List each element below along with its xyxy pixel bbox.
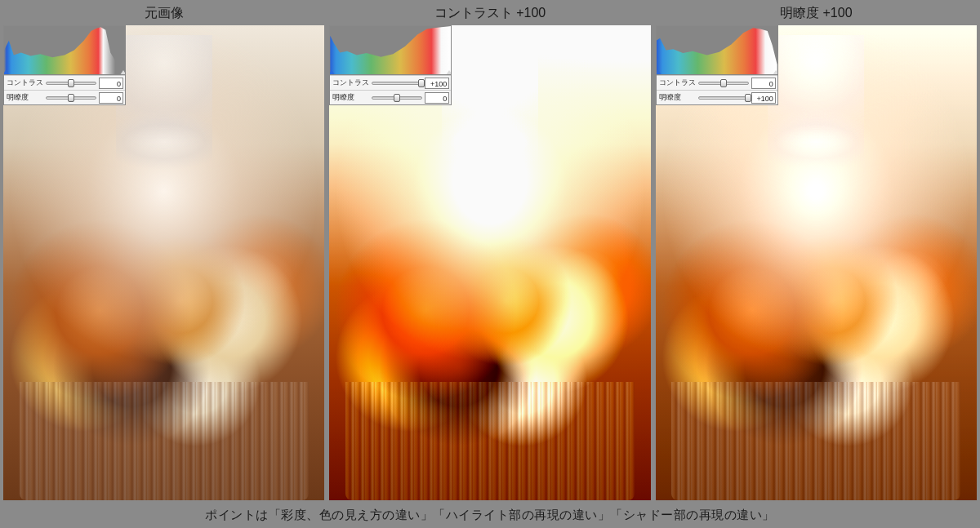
contrast-thumb[interactable] xyxy=(720,79,727,87)
contrast-value[interactable]: +100 xyxy=(425,78,449,89)
highlight-clip-marker xyxy=(446,70,451,75)
caption-text: ポイントは「彩度、色の見え方の違い」「ハイライト部の再現の違い」「シャドー部の再… xyxy=(0,503,980,523)
image-contrast: コントラスト +100 明瞭度 0 xyxy=(329,25,650,500)
histogram-fill xyxy=(330,26,451,74)
adjustment-overlay: コントラスト +100 明瞭度 0 xyxy=(329,25,452,105)
glass-base xyxy=(671,382,960,501)
image-clarity: コントラスト 0 明瞭度 +100 xyxy=(656,25,977,500)
contrast-thumb[interactable] xyxy=(418,79,425,87)
contrast-slider[interactable] xyxy=(46,82,96,85)
histogram xyxy=(4,26,125,75)
shadow-clip-marker xyxy=(4,70,9,75)
clarity-thumb[interactable] xyxy=(745,94,751,102)
contrast-value[interactable]: 0 xyxy=(99,78,123,89)
adjustment-overlay: コントラスト 0 明瞭度 0 xyxy=(3,25,126,105)
histogram xyxy=(657,26,777,75)
image-original: コントラスト 0 明瞭度 0 xyxy=(3,25,324,500)
highlight-clip-marker xyxy=(773,70,777,75)
clarity-slider[interactable] xyxy=(698,96,749,100)
clarity-thumb[interactable] xyxy=(394,94,400,102)
clarity-slider-row: 明瞭度 0 xyxy=(4,90,125,104)
shadow-clip-marker xyxy=(330,70,335,75)
histogram-fill xyxy=(657,26,777,74)
shadow-clip-marker xyxy=(657,70,662,75)
panel-title: コントラスト +100 xyxy=(329,0,650,25)
highlight-clip-marker xyxy=(120,70,125,75)
panel-original: 元画像 コントラスト xyxy=(3,0,324,500)
clarity-thumb[interactable] xyxy=(68,94,74,102)
panel-contrast: コントラスト +100 コントラスト xyxy=(329,0,650,500)
contrast-slider[interactable] xyxy=(372,82,422,85)
histogram xyxy=(330,26,451,75)
glass-lid xyxy=(442,35,538,178)
contrast-slider-row: コントラスト +100 xyxy=(330,75,451,90)
clarity-value[interactable]: 0 xyxy=(99,92,123,104)
clarity-label: 明瞭度 xyxy=(657,92,696,103)
clarity-slider[interactable] xyxy=(46,96,96,100)
clarity-value[interactable]: +100 xyxy=(751,92,776,104)
histogram-fill xyxy=(4,26,125,74)
clarity-label: 明瞭度 xyxy=(4,92,43,103)
adjustment-overlay: コントラスト 0 明瞭度 +100 xyxy=(656,25,778,105)
contrast-label: コントラスト xyxy=(657,78,696,88)
contrast-slider-row: コントラスト 0 xyxy=(657,75,777,90)
contrast-thumb[interactable] xyxy=(68,79,74,87)
clarity-label: 明瞭度 xyxy=(330,92,369,103)
clarity-slider[interactable] xyxy=(372,96,422,100)
contrast-label: コントラスト xyxy=(330,78,369,88)
contrast-value[interactable]: 0 xyxy=(751,78,776,89)
contrast-slider-row: コントラスト 0 xyxy=(4,75,125,90)
glass-lid xyxy=(116,35,212,178)
glass-base xyxy=(20,382,309,501)
clarity-slider-row: 明瞭度 0 xyxy=(330,90,451,104)
clarity-value[interactable]: 0 xyxy=(425,92,449,104)
contrast-label: コントラスト xyxy=(4,78,43,88)
clarity-slider-row: 明瞭度 +100 xyxy=(657,90,777,104)
panels-row: 元画像 コントラスト xyxy=(0,0,980,503)
panel-title: 元画像 xyxy=(3,0,324,25)
panel-title: 明瞭度 +100 xyxy=(656,0,977,25)
comparison-figure: 元画像 コントラスト xyxy=(0,0,980,528)
glass-lid xyxy=(768,35,864,178)
contrast-slider[interactable] xyxy=(698,82,749,85)
glass-base xyxy=(345,382,635,501)
panel-clarity: 明瞭度 +100 コントラスト xyxy=(656,0,977,500)
